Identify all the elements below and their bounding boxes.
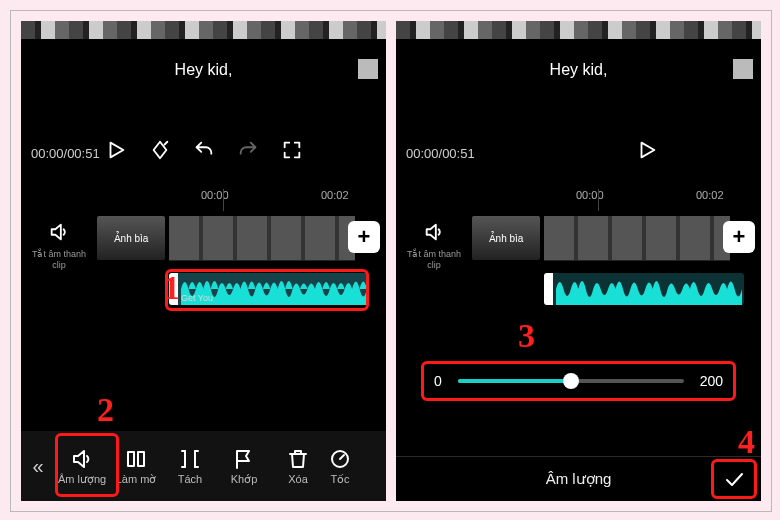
- tool-label: Tốc: [330, 473, 349, 485]
- speaker-icon: [48, 221, 70, 243]
- svg-rect-1: [138, 452, 144, 466]
- audio-clip-handle[interactable]: [544, 273, 553, 305]
- preview-strip: [396, 21, 761, 39]
- audio-clip[interactable]: [544, 273, 744, 305]
- screenshot-left: Hey kid, 00:00/00:51 00:00 00:02 Tắt âm …: [21, 21, 386, 501]
- annotation-4: 4: [738, 423, 755, 461]
- add-clip-button[interactable]: +: [723, 221, 755, 253]
- player-controls: [21, 139, 386, 171]
- play-icon[interactable]: [636, 139, 658, 161]
- tutorial-stage: Hey kid, 00:00/00:51 00:00 00:02 Tắt âm …: [10, 10, 772, 512]
- waveform: [556, 273, 742, 305]
- slider-knob[interactable]: [563, 373, 579, 389]
- fullscreen-icon[interactable]: [281, 139, 303, 161]
- slider-max: 200: [700, 373, 723, 389]
- preview-caption: Hey kid,: [21, 61, 386, 79]
- preview-caption: Hey kid,: [396, 61, 761, 79]
- slider-min: 0: [434, 373, 442, 389]
- tool-speed[interactable]: Tốc: [325, 447, 355, 486]
- play-icon[interactable]: [105, 139, 127, 161]
- timeline-ruler: 00:00 00:02: [396, 189, 761, 211]
- undo-icon[interactable]: [193, 139, 215, 161]
- keyframe-icon[interactable]: [149, 139, 171, 161]
- flag-icon: [232, 447, 256, 471]
- mute-clip-label: Tắt âm thanh clip: [31, 249, 87, 271]
- annotation-2: 2: [97, 391, 114, 429]
- volume-slider[interactable]: [458, 379, 684, 383]
- video-clip[interactable]: [169, 216, 355, 261]
- panel-title: Âm lượng: [546, 470, 612, 488]
- annotation-box-1: [165, 269, 369, 311]
- ruler-tick: 00:00: [201, 189, 229, 201]
- mute-clip-button[interactable]: Tắt âm thanh clip: [31, 221, 87, 271]
- annotation-1: 1: [163, 269, 180, 307]
- annotation-3: 3: [518, 317, 535, 355]
- annotation-box-2: [55, 433, 119, 497]
- split-icon: [178, 447, 202, 471]
- timeline-ruler: 00:00 00:02: [21, 189, 386, 211]
- preview-strip: [21, 21, 386, 39]
- preview-menu-button[interactable]: [358, 59, 378, 79]
- mute-clip-label: Tắt âm thanh clip: [406, 249, 462, 271]
- redo-icon: [237, 139, 259, 161]
- tool-label: Xóa: [288, 473, 308, 485]
- check-icon: [722, 467, 746, 491]
- cover-thumbnail[interactable]: Ảnh bìa: [97, 216, 165, 260]
- volume-panel-bar: Âm lượng: [396, 456, 761, 501]
- fade-icon: [124, 447, 148, 471]
- confirm-button[interactable]: [711, 459, 757, 499]
- volume-slider-row: 0 200: [421, 361, 736, 401]
- cover-label: Ảnh bìa: [114, 233, 149, 244]
- tool-delete[interactable]: Xóa: [271, 447, 325, 485]
- player-controls: [396, 139, 761, 171]
- cover-thumbnail[interactable]: Ảnh bìa: [472, 216, 540, 260]
- ruler-tick: 00:00: [576, 189, 604, 201]
- ruler-tick: 00:02: [321, 189, 349, 201]
- playhead-line[interactable]: [223, 189, 224, 211]
- screenshot-right: Hey kid, 00:00/00:51 00:00 00:02 Tắt âm …: [396, 21, 761, 501]
- mute-clip-button[interactable]: Tắt âm thanh clip: [406, 221, 462, 271]
- toolbar-back-button[interactable]: «: [21, 455, 55, 478]
- tool-label: Tách: [178, 473, 202, 485]
- tool-split[interactable]: Tách: [163, 447, 217, 485]
- speaker-icon: [423, 221, 445, 243]
- speed-icon: [328, 447, 352, 471]
- tool-label: Khớp: [231, 473, 258, 485]
- add-clip-button[interactable]: +: [348, 221, 380, 253]
- trash-icon: [286, 447, 310, 471]
- preview-menu-button[interactable]: [733, 59, 753, 79]
- tool-beat[interactable]: Khớp: [217, 447, 271, 486]
- playhead-line[interactable]: [598, 189, 599, 211]
- tool-label: Làm mờ: [116, 473, 157, 485]
- ruler-tick: 00:02: [696, 189, 724, 201]
- svg-rect-0: [128, 452, 134, 466]
- cover-label: Ảnh bìa: [489, 233, 524, 244]
- video-clip[interactable]: [544, 216, 730, 261]
